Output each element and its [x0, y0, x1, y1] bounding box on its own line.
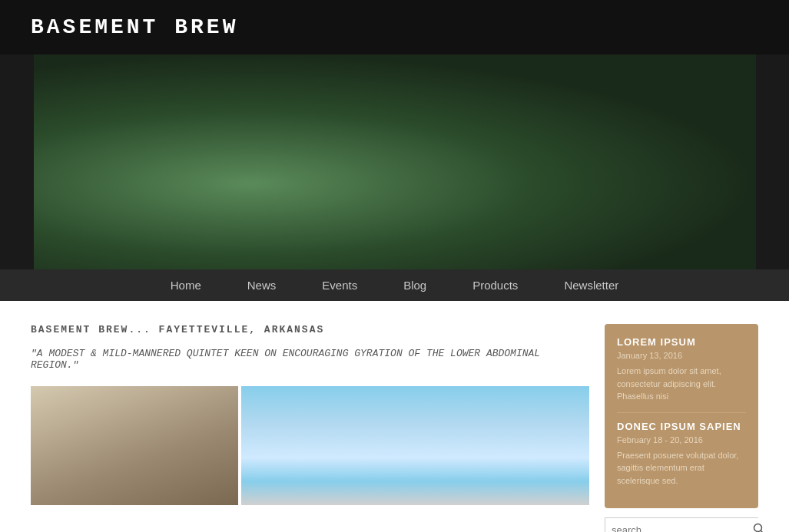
sidebar-post-text-1: Lorem ipsum dolor sit amet, consectetur … [617, 365, 746, 403]
page-title: BASEMENT BREW... FAYETTEVILLE, ARKANSAS [31, 324, 589, 335]
search-input[interactable] [605, 518, 747, 532]
sidebar-posts-box: LOREM IPSUM January 13, 2016 Lorem ipsum… [605, 324, 758, 508]
tagline: "A MODEST & MILD-MANNERED QUINTET KEEN O… [31, 348, 589, 371]
content-image-elephant [31, 386, 238, 505]
hero-image-inner [34, 55, 756, 269]
nav-news[interactable]: News [224, 269, 300, 301]
nav-home[interactable]: Home [148, 269, 224, 301]
sidebar-post-title-1: LOREM IPSUM [617, 336, 746, 348]
nav-newsletter[interactable]: Newsletter [541, 269, 641, 301]
sidebar-divider [617, 412, 746, 413]
hero-overlay [34, 55, 756, 269]
header: BASEMENT BREW [0, 0, 789, 55]
search-button[interactable] [747, 518, 771, 532]
content-area: BASEMENT BREW... FAYETTEVILLE, ARKANSAS … [31, 324, 589, 532]
search-box [605, 517, 758, 532]
hero-section [0, 55, 789, 269]
sidebar-post-date-2: February 18 - 20, 2016 [617, 435, 746, 444]
sidebar: LOREM IPSUM January 13, 2016 Lorem ipsum… [605, 324, 758, 532]
nav-blog[interactable]: Blog [380, 269, 449, 301]
nav-events[interactable]: Events [299, 269, 380, 301]
sidebar-post-text-2: Praesent posuere volutpat dolor, sagitti… [617, 449, 746, 487]
content-image-sky [241, 386, 589, 505]
sidebar-post-title-2: DONEC IPSUM SAPIEN [617, 421, 746, 432]
main-content: BASEMENT BREW... FAYETTEVILLE, ARKANSAS … [0, 301, 789, 532]
site-title: BASEMENT BREW [31, 15, 758, 39]
image-grid [31, 386, 589, 505]
sidebar-post-date-1: January 13, 2016 [617, 351, 746, 360]
navigation: Home News Events Blog Products Newslette… [0, 269, 789, 301]
search-icon [753, 523, 765, 532]
hero-image [34, 55, 756, 269]
nav-products[interactable]: Products [449, 269, 541, 301]
